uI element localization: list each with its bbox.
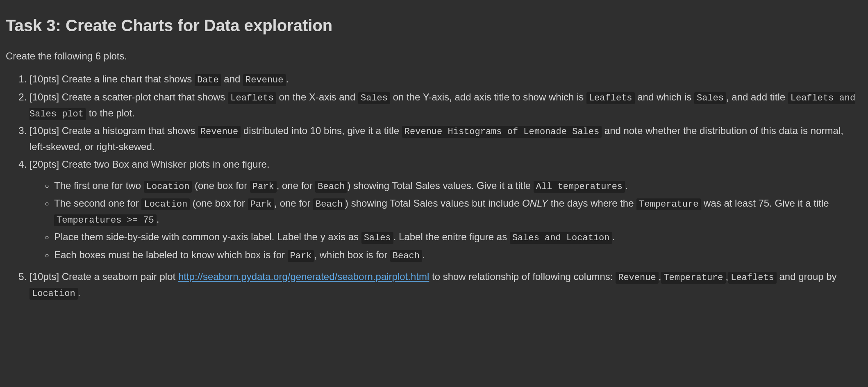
sub-text: ) showing Total Sales values. Give it a … <box>347 180 533 191</box>
sub-text: The first one for two <box>54 180 144 191</box>
seaborn-link[interactable]: http://seaborn.pydata.org/generated/seab… <box>178 271 429 282</box>
sub-text: ) showing Total Sales values but include <box>345 198 522 209</box>
task-text: on the Y-axis, add axis title to show wh… <box>390 91 586 102</box>
task-item-3: [10pts] Create a histogram that shows Re… <box>30 123 862 155</box>
code-revenue: Revenue <box>616 272 658 284</box>
code-leaflets: Leaflets <box>586 92 635 104</box>
task-item-2: [10pts] Create a scatter-plot chart that… <box>30 89 862 121</box>
points-tag: [10pts] <box>30 91 62 102</box>
task-text: and group by <box>777 271 837 282</box>
task-text: Create two Box and Whisker plots in one … <box>62 159 270 170</box>
task-text: and <box>221 73 243 84</box>
code-date: Date <box>195 74 221 86</box>
emphasis-only: ONLY <box>522 198 548 209</box>
code-beach: Beach <box>315 181 347 193</box>
code-location: Location <box>144 181 192 193</box>
code-location: Location <box>141 198 190 210</box>
code-temperature: Temperature <box>661 272 725 284</box>
code-sales: Sales <box>361 232 393 244</box>
task-item-1: [10pts] Create a line chart that shows D… <box>30 71 862 87</box>
code-park: Park <box>288 250 314 262</box>
task-heading: Task 3: Create Charts for Data explorati… <box>6 12 862 39</box>
subtask-item: Place them side-by-side with common y-ax… <box>54 229 862 245</box>
task-text: distributed into 10 bins, give it a titl… <box>241 125 402 136</box>
code-temperature: Temperature <box>636 198 701 210</box>
code-all-temp: All temperatures <box>534 181 625 193</box>
code-leaflets: Leaflets <box>728 272 777 284</box>
sub-text: Each boxes must be labeled to know which… <box>54 249 288 260</box>
points-tag: [10pts] <box>30 271 62 282</box>
sub-text: the days where the <box>548 198 636 209</box>
subtask-item: The first one for two Location (one box … <box>54 178 862 194</box>
sub-text: , one for <box>274 198 313 209</box>
task-text: , and add title <box>726 91 788 102</box>
task-list: [10pts] Create a line chart that shows D… <box>6 71 862 301</box>
task-text: Create a line chart that shows <box>62 73 195 84</box>
task-text: and which is <box>635 91 694 102</box>
sub-text: , one for <box>277 180 316 191</box>
task-text: . <box>286 73 289 84</box>
code-sales: Sales <box>694 92 726 104</box>
code-fig-title: Sales and Location <box>510 232 612 244</box>
sub-text: . <box>157 214 159 225</box>
sub-text: . Label the enitre figure as <box>393 231 510 242</box>
points-tag: [10pts] <box>30 73 62 84</box>
code-hist-title: Revenue Histograms of Lemonade Sales <box>402 126 602 138</box>
sub-text: (one box for <box>192 180 250 191</box>
points-tag: [20pts] <box>30 159 62 170</box>
subtask-list: The first one for two Location (one box … <box>30 178 862 263</box>
code-park: Park <box>248 198 275 210</box>
code-beach: Beach <box>313 198 345 210</box>
task-text: . <box>78 287 81 298</box>
sub-text: . <box>625 180 628 191</box>
sub-text: . <box>612 231 615 242</box>
task-text: Create a seaborn pair plot <box>62 271 178 282</box>
task-text: on the X-axis and <box>276 91 358 102</box>
subtask-item: The second one for Location (one box for… <box>54 196 862 228</box>
code-temp75: Temperatures >= 75 <box>54 214 157 226</box>
sub-text: . <box>422 249 425 260</box>
code-park: Park <box>250 181 277 193</box>
subtask-item: Each boxes must be labeled to know which… <box>54 247 862 263</box>
task-text: to show relationship of following column… <box>429 271 616 282</box>
sub-text: was at least 75. Give it a title <box>701 198 829 209</box>
code-leaflets: Leaflets <box>228 92 276 104</box>
sub-text: , which box is for <box>314 249 390 260</box>
task-text: to the plot. <box>86 107 135 118</box>
task-text: Create a scatter-plot chart that shows <box>62 91 228 102</box>
code-location: Location <box>30 288 78 300</box>
code-sales: Sales <box>358 92 390 104</box>
intro-text: Create the following 6 plots. <box>6 48 862 64</box>
code-beach: Beach <box>390 250 422 262</box>
task-item-5: [10pts] Create a seaborn pair plot http:… <box>30 269 862 301</box>
task-text: Create a histogram that shows <box>62 125 198 136</box>
sub-text: The second one for <box>54 198 141 209</box>
code-revenue: Revenue <box>243 74 286 86</box>
sub-text: (one box for <box>190 198 248 209</box>
task-item-4: [20pts] Create two Box and Whisker plots… <box>30 157 862 263</box>
points-tag: [10pts] <box>30 125 62 136</box>
code-revenue: Revenue <box>198 126 241 138</box>
sub-text: Place them side-by-side with common y-ax… <box>54 231 361 242</box>
